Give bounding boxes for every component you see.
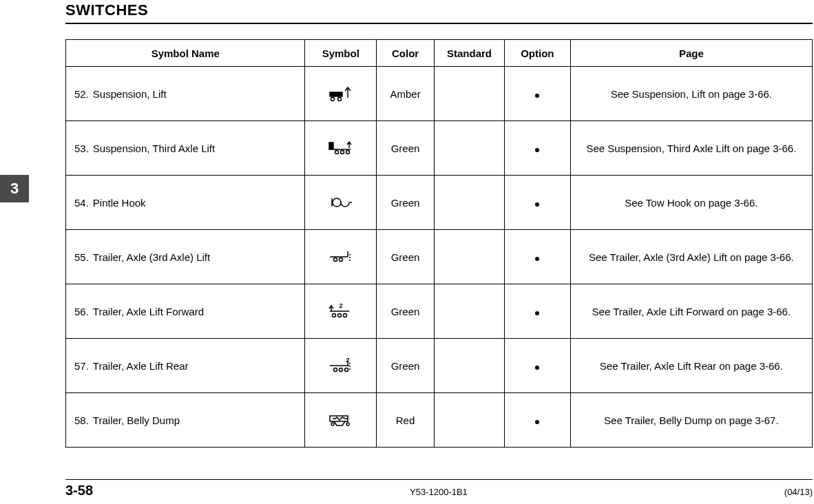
cell-standard bbox=[435, 67, 505, 121]
switches-table: Symbol Name Symbol Color Standard Option… bbox=[65, 39, 813, 448]
cell-symbol-name: 56.Trailer, Axle Lift Forward bbox=[66, 284, 305, 339]
cell-symbol: 2 bbox=[305, 339, 377, 393]
svg-point-2 bbox=[337, 98, 341, 101]
svg-point-24 bbox=[333, 368, 337, 372]
cell-standard bbox=[435, 176, 505, 230]
svg-text:2: 2 bbox=[339, 302, 342, 309]
page-title: SWITCHES bbox=[65, 0, 813, 24]
option-dot-icon bbox=[535, 148, 539, 152]
svg-point-30 bbox=[346, 423, 349, 426]
option-dot-icon bbox=[535, 366, 539, 370]
option-dot-icon bbox=[535, 257, 539, 261]
row-name: Trailer, Axle (3rd Axle) Lift bbox=[93, 251, 210, 263]
cell-option bbox=[505, 67, 571, 121]
cell-option bbox=[505, 284, 571, 339]
svg-point-13 bbox=[333, 258, 337, 262]
header-color: Color bbox=[377, 40, 435, 67]
table-row: 57.Trailer, Axle Lift Rear 2 GreenSee Tr… bbox=[66, 339, 813, 393]
svg-point-6 bbox=[335, 151, 338, 154]
cell-page-reference: See Trailer, Axle Lift Forward on page 3… bbox=[570, 284, 812, 339]
cell-symbol-name: 55.Trailer, Axle (3rd Axle) Lift bbox=[66, 230, 305, 284]
trailer-axle-lift-rear-icon: 2 bbox=[327, 359, 355, 370]
row-number: 57. bbox=[74, 360, 89, 372]
content-area: SWITCHES Symbol Name Symbol Color Standa… bbox=[65, 0, 813, 448]
cell-standard bbox=[435, 230, 505, 284]
svg-point-1 bbox=[331, 98, 334, 101]
cell-page-reference: See Suspension, Lift on page 3-66. bbox=[570, 67, 812, 121]
svg-point-18 bbox=[332, 314, 335, 317]
footer-doc-id: Y53-1200-1B1 bbox=[93, 487, 784, 497]
row-number: 53. bbox=[74, 143, 89, 154]
cell-symbol bbox=[305, 121, 377, 176]
row-name: Trailer, Belly Dump bbox=[93, 414, 180, 426]
row-name: Pintle Hook bbox=[93, 197, 146, 209]
row-name: Trailer, Axle Lift Rear bbox=[93, 360, 189, 372]
cell-symbol-name: 57.Trailer, Axle Lift Rear bbox=[66, 339, 305, 393]
row-number: 55. bbox=[74, 251, 89, 263]
cell-color: Red bbox=[377, 393, 435, 448]
trailer-belly-dump-icon bbox=[327, 413, 355, 425]
row-number: 58. bbox=[74, 414, 89, 426]
table-row: 56.Trailer, Axle Lift Forward 2 GreenSee… bbox=[66, 284, 813, 339]
row-number: 56. bbox=[74, 306, 89, 317]
cell-symbol bbox=[305, 176, 377, 230]
header-option: Option bbox=[505, 40, 571, 67]
header-standard: Standard bbox=[435, 40, 505, 67]
cell-option bbox=[505, 121, 571, 176]
cell-color: Green bbox=[377, 230, 435, 284]
cell-symbol bbox=[305, 393, 377, 448]
footer: 3-58 Y53-1200-1B1 (04/13) bbox=[65, 479, 813, 498]
option-dot-icon bbox=[535, 94, 539, 98]
table-row: 52.Suspension, Lift AmberSee Suspension,… bbox=[66, 67, 813, 121]
section-tab-label: 3 bbox=[10, 180, 19, 198]
cell-standard bbox=[435, 393, 505, 448]
page: 3 SWITCHES Symbol Name Symbol Color Stan… bbox=[0, 0, 814, 504]
cell-color: Green bbox=[377, 176, 435, 230]
cell-page-reference: See Trailer, Axle (3rd Axle) Lift on pag… bbox=[570, 230, 812, 284]
cell-color: Amber bbox=[377, 67, 435, 121]
svg-point-26 bbox=[344, 368, 348, 372]
option-dot-icon bbox=[535, 420, 539, 424]
cell-option bbox=[505, 393, 571, 448]
header-page: Page bbox=[570, 40, 812, 67]
svg-rect-0 bbox=[330, 92, 342, 96]
cell-standard bbox=[435, 284, 505, 339]
cell-page-reference: See Suspension, Third Axle Lift on page … bbox=[570, 121, 812, 176]
svg-point-7 bbox=[340, 151, 344, 154]
cell-page-reference: See Trailer, Belly Dump on page 3-67. bbox=[570, 393, 812, 448]
table-row: 54.Pintle Hook GreenSee Tow Hook on page… bbox=[66, 176, 813, 230]
svg-point-19 bbox=[337, 314, 341, 317]
row-name: Suspension, Lift bbox=[93, 88, 167, 100]
trailer-3rd-axle-lift-icon bbox=[327, 250, 355, 262]
cell-option bbox=[505, 230, 571, 284]
suspension-third-axle-icon bbox=[327, 141, 355, 153]
cell-symbol-name: 53.Suspension, Third Axle Lift bbox=[66, 121, 305, 176]
svg-point-29 bbox=[331, 423, 334, 426]
pintle-hook-icon bbox=[327, 196, 355, 207]
option-dot-icon bbox=[535, 311, 539, 315]
cell-color: Green bbox=[377, 284, 435, 339]
table-row: 55.Trailer, Axle (3rd Axle) Lift GreenSe… bbox=[66, 230, 813, 284]
suspension-lift-icon bbox=[327, 87, 355, 98]
row-name: Suspension, Third Axle Lift bbox=[93, 143, 215, 154]
cell-symbol bbox=[305, 230, 377, 284]
cell-standard bbox=[435, 339, 505, 393]
row-name: Trailer, Axle Lift Forward bbox=[93, 306, 204, 317]
table-row: 58.Trailer, Belly Dump RedSee Trailer, B… bbox=[66, 393, 813, 448]
header-symbol-name: Symbol Name bbox=[66, 40, 305, 67]
table-row: 53.Suspension, Third Axle Lift GreenSee … bbox=[66, 121, 813, 176]
cell-page-reference: See Trailer, Axle Lift Rear on page 3-66… bbox=[570, 339, 812, 393]
cell-symbol-name: 54.Pintle Hook bbox=[66, 176, 305, 230]
cell-symbol-name: 52.Suspension, Lift bbox=[66, 67, 305, 121]
svg-point-20 bbox=[343, 314, 346, 317]
cell-page-reference: See Tow Hook on page 3-66. bbox=[570, 176, 812, 230]
cell-symbol-name: 58.Trailer, Belly Dump bbox=[66, 393, 305, 448]
svg-point-8 bbox=[346, 151, 349, 154]
cell-option bbox=[505, 339, 571, 393]
section-tab: 3 bbox=[0, 175, 29, 202]
trailer-axle-lift-fwd-icon: 2 bbox=[327, 304, 355, 316]
svg-point-14 bbox=[339, 258, 342, 262]
svg-rect-4 bbox=[329, 143, 333, 149]
footer-date: (04/13) bbox=[784, 487, 813, 497]
row-number: 54. bbox=[74, 197, 89, 209]
